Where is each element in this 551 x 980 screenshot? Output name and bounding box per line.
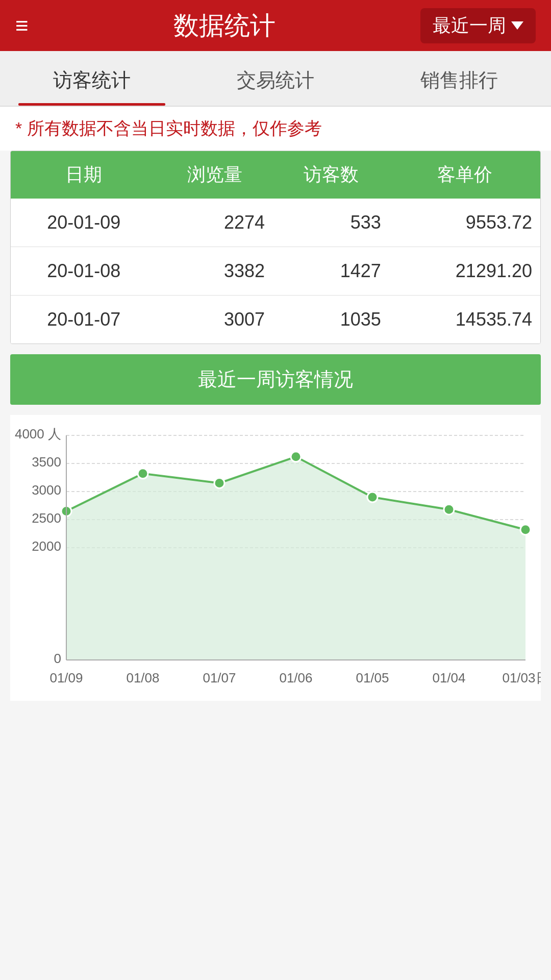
svg-point-25 <box>520 525 531 535</box>
table-row: 20-01-08 3382 1427 21291.20 <box>11 247 540 296</box>
col-date: 日期 <box>11 151 157 199</box>
svg-text:4000 人: 4000 人 <box>15 426 61 442</box>
cell-views: 3382 <box>157 247 273 296</box>
cell-date: 20-01-07 <box>11 296 157 344</box>
col-visitors: 访客数 <box>273 151 389 199</box>
table-row: 20-01-09 2274 533 9553.72 <box>11 199 540 247</box>
cell-unit-price: 14535.74 <box>389 296 540 344</box>
page-title: 数据统计 <box>173 9 276 43</box>
col-unit-price: 客单价 <box>389 151 540 199</box>
tab-sales[interactable]: 销售排行 <box>367 51 551 106</box>
menu-icon[interactable]: ≡ <box>15 14 29 37</box>
app-header: ≡ 数据统计 最近一周 <box>0 0 551 51</box>
tab-transaction[interactable]: 交易统计 <box>184 51 367 106</box>
chart-title: 最近一周访客情况 <box>198 369 353 390</box>
svg-text:01/08: 01/08 <box>126 670 159 685</box>
visitor-chart: 020002500300035004000 人01/0901/0801/0701… <box>10 415 541 701</box>
svg-text:01/03日: 01/03日 <box>502 670 541 685</box>
svg-text:3500: 3500 <box>32 454 61 470</box>
cell-visitors: 533 <box>273 199 389 247</box>
svg-point-20 <box>138 469 148 479</box>
svg-text:01/05: 01/05 <box>356 670 389 685</box>
svg-text:01/09: 01/09 <box>49 670 83 685</box>
svg-text:01/07: 01/07 <box>203 670 236 685</box>
chevron-down-icon <box>511 21 523 30</box>
cell-date: 20-01-09 <box>11 199 157 247</box>
tab-visitor[interactable]: 访客统计 <box>0 51 184 106</box>
col-views: 浏览量 <box>157 151 273 199</box>
cell-views: 3007 <box>157 296 273 344</box>
period-selector-button[interactable]: 最近一周 <box>420 8 536 43</box>
data-notice: * 所有数据不含当日实时数据，仅作参考 <box>0 107 551 151</box>
cell-views: 2274 <box>157 199 273 247</box>
cell-unit-price: 9553.72 <box>389 199 540 247</box>
cell-date: 20-01-08 <box>11 247 157 296</box>
visitor-table: 日期 浏览量 访客数 客单价 20-01-09 2274 533 9553.72… <box>10 151 541 344</box>
svg-point-24 <box>444 504 454 514</box>
svg-point-22 <box>291 452 301 462</box>
period-label: 最近一周 <box>433 13 506 38</box>
cell-visitors: 1427 <box>273 247 389 296</box>
svg-point-23 <box>367 492 378 502</box>
table-header-row: 日期 浏览量 访客数 客单价 <box>11 151 540 199</box>
cell-unit-price: 21291.20 <box>389 247 540 296</box>
chart-section-header: 最近一周访客情况 <box>10 354 541 405</box>
svg-text:01/06: 01/06 <box>279 670 312 685</box>
table-row: 20-01-07 3007 1035 14535.74 <box>11 296 540 344</box>
line-chart: 020002500300035004000 人01/0901/0801/0701… <box>10 425 541 691</box>
tab-bar: 访客统计 交易统计 销售排行 <box>0 51 551 107</box>
svg-text:2000: 2000 <box>32 538 61 554</box>
svg-text:2500: 2500 <box>32 510 61 526</box>
cell-visitors: 1035 <box>273 296 389 344</box>
svg-text:3000: 3000 <box>32 482 61 498</box>
svg-text:0: 0 <box>54 651 61 666</box>
svg-text:01/04: 01/04 <box>432 670 465 685</box>
svg-point-21 <box>214 478 224 488</box>
